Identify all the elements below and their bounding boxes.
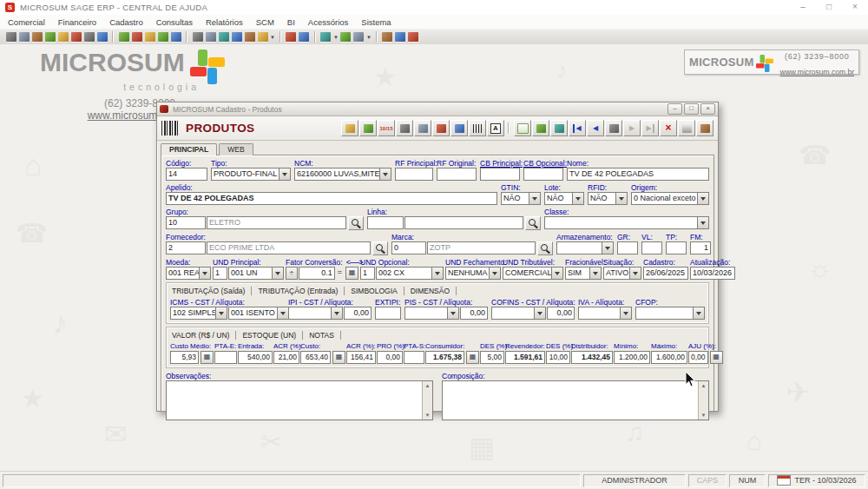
link-icon[interactable]	[320, 32, 331, 42]
pis-cst-select[interactable]	[404, 307, 447, 320]
menu-comercial[interactable]: Comercial	[8, 17, 45, 27]
rf-original-input[interactable]	[437, 168, 477, 181]
users-icon[interactable]	[45, 32, 56, 42]
apelido-input[interactable]: TV DE 42 POLEGADAS	[166, 192, 497, 205]
previous-record-button[interactable]: ◀	[587, 120, 604, 136]
cb-principal-input[interactable]	[480, 168, 520, 181]
armazenamento-select[interactable]	[556, 241, 602, 254]
origem-dropdown-icon[interactable]	[697, 192, 709, 205]
contact-website-link[interactable]: www.microsum.com.br	[780, 68, 854, 76]
menu-acessorios[interactable]: Acessórios	[308, 17, 348, 27]
tab-principal[interactable]: PRINCIPAL	[161, 143, 217, 155]
und-opcional-select[interactable]: 002 CX	[376, 267, 431, 280]
armazenamento-dropdown-icon[interactable]	[602, 241, 614, 254]
dates-button[interactable]: 10/15	[378, 120, 395, 136]
icms-aliq-select[interactable]: 001 ISENTO	[228, 307, 277, 320]
approve-icon[interactable]	[340, 32, 351, 42]
des1-input[interactable]: 5,00	[480, 351, 504, 364]
last-record-button[interactable]: ▶	[641, 120, 659, 136]
font-button[interactable]: A	[487, 120, 504, 136]
bird-search-icon[interactable]	[193, 32, 203, 42]
minimize-button[interactable]: –	[790, 0, 816, 15]
pis-cst-dropdown-icon[interactable]	[447, 307, 459, 320]
support-icon[interactable]	[19, 32, 30, 42]
delete-record-button[interactable]: ×	[660, 120, 677, 136]
cb-principal-link[interactable]: CB Principal:	[480, 159, 520, 168]
und-fechamento-dropdown-icon[interactable]	[489, 267, 501, 280]
und-opcional-dropdown-icon[interactable]	[431, 267, 444, 280]
open-button[interactable]	[341, 120, 358, 136]
pta-e-input[interactable]	[214, 351, 237, 364]
apps-caret-icon[interactable]: ▼	[366, 35, 372, 40]
ipi-cst-dropdown-icon[interactable]	[331, 307, 343, 320]
cart-caret-icon[interactable]: ▼	[270, 35, 275, 40]
icms-cst-select[interactable]: 102 SIMPLS S/	[170, 307, 215, 320]
fornecedor-search-button[interactable]	[372, 241, 388, 255]
hierarchy-button[interactable]	[432, 120, 450, 136]
library-icon[interactable]	[299, 32, 309, 42]
marca-search-button[interactable]	[537, 241, 553, 255]
classe-dropdown-icon[interactable]	[697, 216, 709, 229]
pis-aliq-input[interactable]: 0,00	[460, 307, 488, 320]
columns-icon[interactable]	[232, 32, 242, 42]
film-icon[interactable]	[132, 32, 142, 42]
linha-code-input[interactable]	[367, 216, 404, 229]
pro-input[interactable]: 0,00	[377, 351, 403, 364]
undo-record-button[interactable]	[550, 120, 568, 136]
exit-button[interactable]	[696, 120, 713, 136]
vl-input[interactable]	[641, 241, 662, 254]
tipo-dropdown-icon[interactable]	[279, 168, 291, 181]
und-principal-dropdown-icon[interactable]	[272, 267, 284, 280]
cfop-dropdown-icon[interactable]	[693, 307, 705, 320]
inspect-icon[interactable]	[206, 32, 216, 42]
minimo-input[interactable]: 1.200,00	[614, 351, 650, 364]
grupo-name-input[interactable]: ELETRO	[207, 216, 346, 229]
leaf-icon[interactable]	[119, 32, 129, 42]
gr-input[interactable]	[617, 241, 638, 254]
menu-bi[interactable]: BI	[287, 17, 295, 27]
fator-input[interactable]: 0.1	[299, 267, 335, 280]
iva-dropdown-icon[interactable]	[620, 307, 632, 320]
icms-cst-dropdown-icon[interactable]	[215, 307, 227, 320]
extipi-input[interactable]	[375, 307, 401, 320]
marca-name-input[interactable]: ZOTP	[427, 241, 536, 254]
icms-aliq-dropdown-icon[interactable]	[277, 307, 289, 320]
money-button[interactable]	[359, 120, 377, 136]
linha-search-button[interactable]	[525, 216, 541, 230]
rfid-select[interactable]: NÃO	[588, 192, 615, 205]
fator-calculator-button[interactable]: ▦	[345, 267, 358, 280]
first-record-button[interactable]: ◀	[569, 120, 586, 136]
globe-icon[interactable]	[171, 32, 181, 42]
ipi-cst-select[interactable]	[288, 307, 331, 320]
dialog-titlebar[interactable]: MICROSUM Cadastro - Produtos – □ ×	[157, 102, 718, 116]
gamepad-icon[interactable]	[84, 32, 95, 42]
scroll-up-icon[interactable]: ▲	[425, 382, 431, 389]
cadastro-input[interactable]: 26/06/2025	[643, 267, 688, 280]
cofins-cst-select[interactable]	[491, 307, 534, 320]
menu-relatorios[interactable]: Relatórios	[206, 17, 243, 27]
marca-code-input[interactable]: 0	[391, 241, 426, 254]
key-button[interactable]	[396, 120, 413, 136]
moeda-select[interactable]: 001 REAL	[166, 267, 199, 280]
link-caret-icon[interactable]: ▼	[333, 35, 339, 40]
rf-principal-input[interactable]	[395, 168, 433, 181]
acr1-input[interactable]: 21,00	[273, 351, 299, 364]
custo-input[interactable]: 653,40	[300, 351, 331, 364]
cofins-cst-dropdown-icon[interactable]	[534, 307, 546, 320]
close-button[interactable]: ×	[842, 0, 868, 15]
tab-estoque[interactable]: ESTOQUE (UN)	[236, 331, 303, 340]
catalog-icon[interactable]	[71, 32, 82, 42]
fracionavel-select[interactable]: SIM	[565, 267, 589, 280]
scroll-down-icon[interactable]: ▼	[701, 412, 707, 419]
vehicle-icon[interactable]	[32, 32, 43, 42]
maximize-button[interactable]: □	[816, 0, 842, 15]
tipo-select[interactable]: PRODUTO-FINAL	[211, 168, 279, 181]
clipboard-icon[interactable]	[58, 32, 69, 42]
origem-select[interactable]: 0 Nacional exceto as i	[631, 192, 697, 205]
observacoes-textarea[interactable]: ▲▼	[166, 380, 433, 420]
ipi-aliq-input[interactable]: 0,00	[344, 307, 372, 320]
fracionavel-dropdown-icon[interactable]	[589, 267, 602, 280]
print-icon[interactable]	[6, 32, 16, 42]
tab-web[interactable]: WEB	[219, 143, 253, 155]
gtin-select[interactable]: NÃO	[501, 192, 529, 205]
